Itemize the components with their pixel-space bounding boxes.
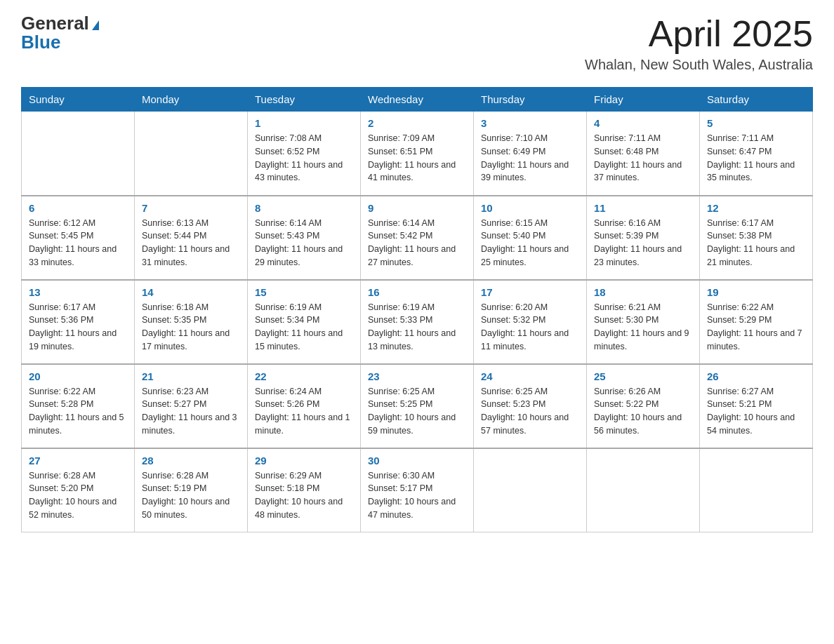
- day-number: 16: [368, 286, 466, 298]
- logo-blue: Blue: [21, 32, 60, 53]
- calendar-week-row: 13Sunrise: 6:17 AMSunset: 5:36 PMDayligh…: [22, 280, 813, 364]
- calendar-cell: 9Sunrise: 6:14 AMSunset: 5:42 PMDaylight…: [361, 196, 474, 280]
- calendar-cell: 24Sunrise: 6:25 AMSunset: 5:23 PMDayligh…: [474, 364, 587, 448]
- logo-arrow-icon: [92, 20, 99, 30]
- calendar-cell: 23Sunrise: 6:25 AMSunset: 5:25 PMDayligh…: [361, 364, 474, 448]
- day-info: Sunrise: 6:19 AMSunset: 5:34 PMDaylight:…: [255, 301, 353, 354]
- calendar-cell: 12Sunrise: 6:17 AMSunset: 5:38 PMDayligh…: [700, 196, 813, 280]
- day-info: Sunrise: 6:26 AMSunset: 5:22 PMDaylight:…: [594, 385, 692, 438]
- calendar-cell: 28Sunrise: 6:28 AMSunset: 5:19 PMDayligh…: [135, 448, 248, 532]
- day-number: 20: [29, 370, 127, 382]
- calendar-header-row: SundayMondayTuesdayWednesdayThursdayFrid…: [22, 88, 813, 112]
- page-header: General Blue April 2025 Whalan, New Sout…: [21, 14, 813, 73]
- day-number: 12: [707, 202, 805, 214]
- logo: General Blue: [21, 14, 99, 51]
- day-number: 11: [594, 202, 692, 214]
- calendar-cell: 3Sunrise: 7:10 AMSunset: 6:49 PMDaylight…: [474, 112, 587, 196]
- calendar-cell: 20Sunrise: 6:22 AMSunset: 5:28 PMDayligh…: [22, 364, 135, 448]
- day-info: Sunrise: 6:17 AMSunset: 5:36 PMDaylight:…: [29, 301, 127, 354]
- weekday-header-saturday: Saturday: [700, 88, 813, 112]
- day-number: 5: [707, 117, 805, 129]
- day-number: 25: [594, 370, 692, 382]
- calendar-cell: 13Sunrise: 6:17 AMSunset: 5:36 PMDayligh…: [22, 280, 135, 364]
- day-info: Sunrise: 6:14 AMSunset: 5:42 PMDaylight:…: [368, 217, 466, 269]
- weekday-header-friday: Friday: [587, 88, 700, 112]
- day-number: 26: [707, 370, 805, 382]
- calendar-cell: 6Sunrise: 6:12 AMSunset: 5:45 PMDaylight…: [22, 196, 135, 280]
- calendar-table: SundayMondayTuesdayWednesdayThursdayFrid…: [21, 87, 813, 532]
- weekday-header-wednesday: Wednesday: [361, 88, 474, 112]
- day-info: Sunrise: 6:18 AMSunset: 5:35 PMDaylight:…: [142, 301, 240, 354]
- day-number: 14: [142, 286, 240, 298]
- day-number: 15: [255, 286, 353, 298]
- day-info: Sunrise: 6:25 AMSunset: 5:25 PMDaylight:…: [368, 385, 466, 438]
- day-info: Sunrise: 6:20 AMSunset: 5:32 PMDaylight:…: [481, 301, 579, 354]
- calendar-cell: 10Sunrise: 6:15 AMSunset: 5:40 PMDayligh…: [474, 196, 587, 280]
- day-number: 3: [481, 117, 579, 129]
- day-info: Sunrise: 7:10 AMSunset: 6:49 PMDaylight:…: [481, 132, 579, 185]
- calendar-week-row: 1Sunrise: 7:08 AMSunset: 6:52 PMDaylight…: [22, 112, 813, 196]
- calendar-cell: 7Sunrise: 6:13 AMSunset: 5:44 PMDaylight…: [135, 196, 248, 280]
- day-number: 13: [29, 286, 127, 298]
- day-number: 17: [481, 286, 579, 298]
- calendar-cell: 25Sunrise: 6:26 AMSunset: 5:22 PMDayligh…: [587, 364, 700, 448]
- day-info: Sunrise: 6:24 AMSunset: 5:26 PMDaylight:…: [255, 385, 353, 438]
- day-info: Sunrise: 6:21 AMSunset: 5:30 PMDaylight:…: [594, 301, 692, 354]
- day-info: Sunrise: 6:27 AMSunset: 5:21 PMDaylight:…: [707, 385, 805, 438]
- calendar-week-row: 6Sunrise: 6:12 AMSunset: 5:45 PMDaylight…: [22, 196, 813, 280]
- logo-general: General: [21, 13, 89, 34]
- calendar-cell: 15Sunrise: 6:19 AMSunset: 5:34 PMDayligh…: [248, 280, 361, 364]
- calendar-cell: 30Sunrise: 6:30 AMSunset: 5:17 PMDayligh…: [361, 448, 474, 532]
- day-info: Sunrise: 6:22 AMSunset: 5:29 PMDaylight:…: [707, 301, 805, 354]
- day-number: 28: [142, 455, 240, 467]
- day-info: Sunrise: 6:25 AMSunset: 5:23 PMDaylight:…: [481, 385, 579, 438]
- day-number: 22: [255, 370, 353, 382]
- day-info: Sunrise: 7:09 AMSunset: 6:51 PMDaylight:…: [368, 132, 466, 185]
- day-number: 10: [481, 202, 579, 214]
- location-subtitle: Whalan, New South Wales, Australia: [585, 57, 813, 73]
- calendar-cell: [587, 448, 700, 532]
- day-number: 19: [707, 286, 805, 298]
- calendar-cell: [700, 448, 813, 532]
- weekday-header-sunday: Sunday: [22, 88, 135, 112]
- calendar-cell: 21Sunrise: 6:23 AMSunset: 5:27 PMDayligh…: [135, 364, 248, 448]
- calendar-cell: [474, 448, 587, 532]
- calendar-cell: 26Sunrise: 6:27 AMSunset: 5:21 PMDayligh…: [700, 364, 813, 448]
- day-info: Sunrise: 6:30 AMSunset: 5:17 PMDaylight:…: [368, 469, 466, 522]
- calendar-cell: 4Sunrise: 7:11 AMSunset: 6:48 PMDaylight…: [587, 112, 700, 196]
- day-info: Sunrise: 6:15 AMSunset: 5:40 PMDaylight:…: [481, 217, 579, 269]
- day-info: Sunrise: 6:14 AMSunset: 5:43 PMDaylight:…: [255, 217, 353, 269]
- day-number: 27: [29, 455, 127, 467]
- weekday-header-monday: Monday: [135, 88, 248, 112]
- day-number: 30: [368, 455, 466, 467]
- weekday-header-thursday: Thursday: [474, 88, 587, 112]
- title-block: April 2025 Whalan, New South Wales, Aust…: [585, 14, 813, 73]
- calendar-cell: [22, 112, 135, 196]
- day-info: Sunrise: 6:23 AMSunset: 5:27 PMDaylight:…: [142, 385, 240, 438]
- calendar-cell: 14Sunrise: 6:18 AMSunset: 5:35 PMDayligh…: [135, 280, 248, 364]
- day-info: Sunrise: 6:19 AMSunset: 5:33 PMDaylight:…: [368, 301, 466, 354]
- calendar-cell: 29Sunrise: 6:29 AMSunset: 5:18 PMDayligh…: [248, 448, 361, 532]
- calendar-cell: 8Sunrise: 6:14 AMSunset: 5:43 PMDaylight…: [248, 196, 361, 280]
- calendar-cell: 11Sunrise: 6:16 AMSunset: 5:39 PMDayligh…: [587, 196, 700, 280]
- calendar-cell: 22Sunrise: 6:24 AMSunset: 5:26 PMDayligh…: [248, 364, 361, 448]
- day-number: 24: [481, 370, 579, 382]
- day-info: Sunrise: 6:13 AMSunset: 5:44 PMDaylight:…: [142, 217, 240, 269]
- day-number: 29: [255, 455, 353, 467]
- calendar-cell: 27Sunrise: 6:28 AMSunset: 5:20 PMDayligh…: [22, 448, 135, 532]
- day-info: Sunrise: 7:08 AMSunset: 6:52 PMDaylight:…: [255, 132, 353, 185]
- day-number: 23: [368, 370, 466, 382]
- calendar-cell: 18Sunrise: 6:21 AMSunset: 5:30 PMDayligh…: [587, 280, 700, 364]
- calendar-cell: 5Sunrise: 7:11 AMSunset: 6:47 PMDaylight…: [700, 112, 813, 196]
- day-number: 6: [29, 202, 127, 214]
- calendar-cell: [135, 112, 248, 196]
- calendar-week-row: 27Sunrise: 6:28 AMSunset: 5:20 PMDayligh…: [22, 448, 813, 532]
- day-number: 9: [368, 202, 466, 214]
- day-info: Sunrise: 6:22 AMSunset: 5:28 PMDaylight:…: [29, 385, 127, 438]
- day-info: Sunrise: 6:16 AMSunset: 5:39 PMDaylight:…: [594, 217, 692, 269]
- day-number: 18: [594, 286, 692, 298]
- day-info: Sunrise: 6:12 AMSunset: 5:45 PMDaylight:…: [29, 217, 127, 269]
- calendar-cell: 17Sunrise: 6:20 AMSunset: 5:32 PMDayligh…: [474, 280, 587, 364]
- day-number: 8: [255, 202, 353, 214]
- calendar-cell: 1Sunrise: 7:08 AMSunset: 6:52 PMDaylight…: [248, 112, 361, 196]
